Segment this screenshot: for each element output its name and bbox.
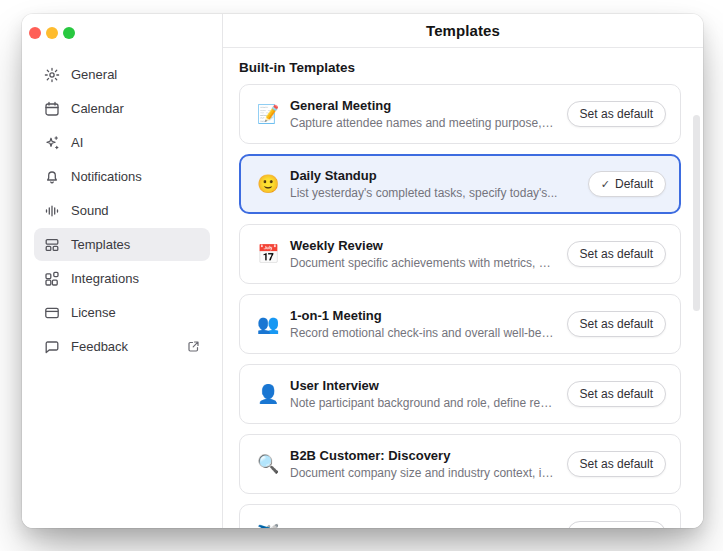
- template-emoji-icon: 🔍: [257, 455, 279, 473]
- sidebar-item-integrations[interactable]: Integrations: [34, 262, 210, 295]
- set-default-button-label: Set as default: [580, 317, 653, 331]
- set-default-button-label: Set as default: [580, 457, 653, 471]
- template-title: B2B Customer: Pilot: [290, 525, 416, 528]
- set-default-button-label: Set as default: [580, 527, 653, 528]
- sidebar-item-calendar[interactable]: Calendar: [34, 92, 210, 125]
- sidebar-item-label: Calendar: [71, 101, 200, 116]
- sound-wave-icon: [44, 203, 60, 219]
- template-description: Record emotional check-ins and overall w…: [290, 326, 555, 340]
- license-card-icon: [44, 305, 60, 321]
- external-link-icon: [187, 340, 200, 353]
- set-default-button-label: Default: [615, 177, 653, 191]
- template-emoji-icon: ✈️: [257, 525, 279, 528]
- template-card-weekly-review[interactable]: 📅 Weekly Review Document specific achiev…: [239, 224, 681, 284]
- sidebar-item-general[interactable]: General: [34, 58, 210, 91]
- sidebar-item-label: Sound: [71, 203, 200, 218]
- integrations-icon: [44, 271, 60, 287]
- sidebar-item-sound[interactable]: Sound: [34, 194, 210, 227]
- close-window-button[interactable]: [29, 27, 41, 39]
- template-card-b2b-customer-pilot[interactable]: ✈️ B2B Customer: Pilot Set as default: [239, 504, 681, 528]
- template-title: User Interview: [290, 378, 555, 393]
- set-default-button[interactable]: Set as default: [567, 101, 666, 127]
- template-description: Document specific achievements with metr…: [290, 256, 555, 270]
- window-controls: [22, 14, 222, 39]
- set-default-button-label: Set as default: [580, 247, 653, 261]
- template-card-user-interview[interactable]: 👤 User Interview Note participant backgr…: [239, 364, 681, 424]
- template-emoji-icon: 📅: [257, 245, 279, 263]
- template-title: B2B Customer: Discovery: [290, 448, 555, 463]
- template-description: Document company size and industry conte…: [290, 466, 555, 480]
- pane-header: Templates: [223, 14, 703, 48]
- scrollbar-thumb[interactable]: [693, 115, 700, 311]
- section-title: Built-in Templates: [239, 60, 681, 75]
- template-card-1-on-1-meeting[interactable]: 👥 1-on-1 Meeting Record emotional check-…: [239, 294, 681, 354]
- template-title: General Meeting: [290, 98, 555, 113]
- template-description: List yesterday's completed tasks, specif…: [290, 186, 557, 200]
- templates-icon: [44, 237, 60, 253]
- set-default-button[interactable]: Set as default: [567, 311, 666, 337]
- page-title: Templates: [426, 22, 500, 39]
- template-description: Note participant background and role, de…: [290, 396, 555, 410]
- sidebar-item-label: License: [71, 305, 200, 320]
- sidebar-item-label: Templates: [71, 237, 200, 252]
- sidebar-item-templates[interactable]: Templates: [34, 228, 210, 261]
- check-icon: ✓: [601, 178, 610, 191]
- set-default-button[interactable]: Set as default: [567, 521, 666, 528]
- calendar-icon: [44, 101, 60, 117]
- sidebar-item-label: Notifications: [71, 169, 200, 184]
- sidebar-item-label: Feedback: [71, 339, 176, 354]
- set-default-button[interactable]: Set as default: [567, 451, 666, 477]
- template-description: Capture attendee names and meeting purpo…: [290, 116, 555, 130]
- set-default-button[interactable]: Set as default: [567, 381, 666, 407]
- template-title: Daily Standup: [290, 168, 557, 183]
- minimize-window-button[interactable]: [46, 27, 58, 39]
- sidebar-item-label: Integrations: [71, 271, 200, 286]
- template-title: 1-on-1 Meeting: [290, 308, 555, 323]
- template-card-general-meeting[interactable]: 📝 General Meeting Capture attendee names…: [239, 84, 681, 144]
- sidebar-item-feedback[interactable]: Feedback: [34, 330, 210, 363]
- template-card-b2b-customer-discovery[interactable]: 🔍 B2B Customer: Discovery Document compa…: [239, 434, 681, 494]
- template-title: Weekly Review: [290, 238, 555, 253]
- template-emoji-icon: 👤: [257, 385, 279, 403]
- feedback-bubble-icon: [44, 339, 60, 355]
- set-default-button-label: Set as default: [580, 107, 653, 121]
- template-emoji-icon: 👥: [257, 315, 279, 333]
- ai-sparkles-icon: [44, 135, 60, 151]
- default-button[interactable]: ✓ Default: [588, 171, 666, 197]
- templates-content: Built-in Templates 📝 General Meeting Cap…: [223, 48, 703, 528]
- sidebar-item-label: General: [71, 67, 200, 82]
- sidebar: General Calendar AI Notifications Sound …: [22, 14, 223, 528]
- bell-icon: [44, 169, 60, 185]
- template-card-daily-standup[interactable]: 🙂 Daily Standup List yesterday's complet…: [239, 154, 681, 214]
- sidebar-item-license[interactable]: License: [34, 296, 210, 329]
- sidebar-item-label: AI: [71, 135, 200, 150]
- gear-icon: [44, 67, 60, 83]
- set-default-button[interactable]: Set as default: [567, 241, 666, 267]
- sidebar-item-ai[interactable]: AI: [34, 126, 210, 159]
- sidebar-nav: General Calendar AI Notifications Sound …: [22, 39, 222, 363]
- set-default-button-label: Set as default: [580, 387, 653, 401]
- sidebar-item-notifications[interactable]: Notifications: [34, 160, 210, 193]
- templates-list: 📝 General Meeting Capture attendee names…: [239, 84, 681, 528]
- zoom-window-button[interactable]: [63, 27, 75, 39]
- settings-window: General Calendar AI Notifications Sound …: [22, 14, 703, 528]
- template-emoji-icon: 🙂: [257, 175, 279, 193]
- template-emoji-icon: 📝: [257, 105, 279, 123]
- templates-pane: Templates Built-in Templates 📝 General M…: [223, 14, 703, 528]
